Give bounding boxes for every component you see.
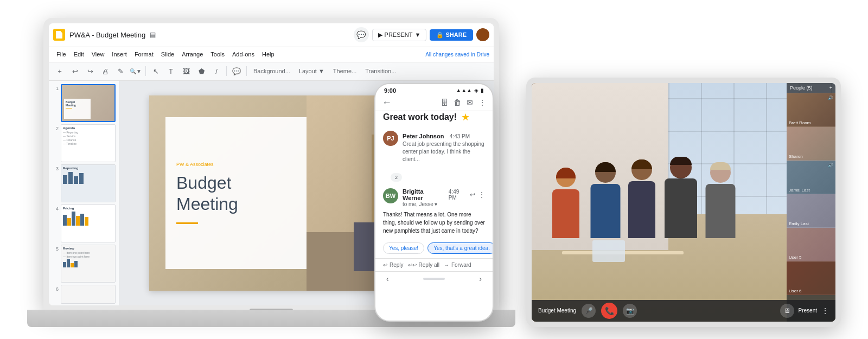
slide-1-thumbnail[interactable]: BudgetMeeting bbox=[61, 84, 116, 122]
home-indicator[interactable] bbox=[423, 278, 445, 280]
participant-2-thumb: Sharon bbox=[787, 127, 835, 161]
lock-icon: 🔒 bbox=[436, 31, 444, 38]
slide-3-number: 3 bbox=[52, 164, 59, 171]
reply-all-icon: ↩↩ bbox=[408, 262, 417, 268]
reply-button[interactable]: ↩ Reply bbox=[383, 262, 404, 268]
participant-3-thumb: Jamal Last 🔊 bbox=[787, 161, 835, 194]
comment-button[interactable]: 💬 bbox=[354, 27, 369, 42]
print-button[interactable]: 🖨 bbox=[99, 65, 112, 78]
slide-2-thumbnail[interactable]: Agenda — Reporting — Service — Finance —… bbox=[61, 124, 116, 162]
menu-edit[interactable]: Edit bbox=[71, 50, 87, 59]
camera-button[interactable]: 📷 bbox=[623, 304, 637, 318]
menu-help[interactable]: Help bbox=[259, 50, 278, 59]
play-icon: ▶ bbox=[378, 31, 382, 39]
peter-name-row: Peter Johnson 4:43 PM bbox=[403, 131, 485, 140]
brigitta-info: Brigitta Werner 4:49 PM ↩ ⋮ to me, Jesse… bbox=[403, 188, 485, 207]
message-count-badge: 2 bbox=[391, 173, 402, 182]
email-subject: Great work today! bbox=[383, 112, 457, 122]
slide-title-text: BudgetMeeting bbox=[176, 172, 296, 214]
toolbar-divider-2 bbox=[226, 66, 227, 76]
theme-button[interactable]: Theme... bbox=[330, 67, 360, 75]
phone-device: 9:00 ▲▲▲ ◈ ▮ ← 🗄 🗑 ✉ ⋮ Great wor bbox=[374, 83, 494, 322]
add-button[interactable]: + bbox=[53, 65, 66, 78]
paint-format-button[interactable]: ✎ bbox=[114, 65, 127, 78]
smart-reply-1[interactable]: Yes, please! bbox=[383, 242, 424, 254]
wifi-icon: ◈ bbox=[474, 87, 478, 93]
background-button[interactable]: Background... bbox=[250, 67, 293, 75]
smart-reply-2[interactable]: Yes, that's a great idea. bbox=[427, 242, 493, 254]
mail-icon[interactable]: ✉ bbox=[467, 98, 473, 107]
speaker-icon-1: 🔊 bbox=[828, 95, 833, 100]
layout-button[interactable]: Layout ▼ bbox=[296, 67, 328, 75]
more-options-icon[interactable]: ⋮ bbox=[478, 98, 486, 107]
menu-slide[interactable]: Slide bbox=[158, 50, 177, 59]
phone-time: 9:00 bbox=[384, 87, 396, 94]
image-tool[interactable]: 🖼 bbox=[180, 65, 193, 78]
undo-button[interactable]: ↩ bbox=[68, 65, 81, 78]
present-label: PRESENT bbox=[385, 31, 413, 38]
slide-5-thumbnail[interactable]: Review — Item one point here — Item two … bbox=[61, 245, 116, 283]
titlebar: PW&A - Budget Meeting ▤ 💬 ▶ PRESENT ▼ 🔒 … bbox=[49, 23, 494, 47]
slide-4-thumbnail[interactable]: Pricing bbox=[61, 204, 116, 242]
back-button[interactable]: ← bbox=[382, 97, 392, 108]
slides-icon-inner bbox=[56, 31, 62, 39]
user-avatar bbox=[476, 28, 489, 41]
menu-view[interactable]: View bbox=[88, 50, 108, 59]
menu-arrange[interactable]: Arrange bbox=[178, 50, 206, 59]
participant-1-name: Brett Room bbox=[789, 120, 833, 125]
person-4 bbox=[659, 157, 703, 238]
redo-button[interactable]: ↪ bbox=[84, 65, 97, 78]
brigitta-avatar: BW bbox=[383, 188, 398, 203]
participants-header: People (5) + bbox=[787, 83, 835, 93]
menu-format[interactable]: Format bbox=[131, 50, 157, 59]
menu-insert[interactable]: Insert bbox=[108, 50, 130, 59]
slide-6-thumbnail[interactable] bbox=[61, 285, 116, 304]
menu-file[interactable]: File bbox=[53, 50, 69, 59]
line-tool[interactable]: / bbox=[210, 65, 223, 78]
meet-more-icon[interactable]: ⋮ bbox=[821, 306, 829, 315]
zoom-button[interactable]: 🔍▼ bbox=[129, 65, 142, 78]
forward-label: Forward bbox=[451, 262, 471, 268]
slides-panel: 1 BudgetMeeting 2 bbox=[49, 81, 119, 305]
share-screen-button[interactable]: 🖥 bbox=[780, 304, 794, 318]
comment-tool[interactable]: 💬 bbox=[230, 65, 243, 78]
sender-row-2: BW Brigitta Werner 4:49 PM ↩ ⋮ to me, Je… bbox=[383, 188, 485, 207]
menu-addons[interactable]: Add-ons bbox=[229, 50, 258, 59]
delete-icon[interactable]: 🗑 bbox=[454, 98, 461, 107]
email-body: Thanks! That means a lot. One more thing… bbox=[383, 210, 485, 235]
slide-3-thumbnail[interactable]: Reporting bbox=[61, 164, 116, 202]
mute-button[interactable]: 🎤 bbox=[582, 304, 596, 318]
title-left: PW&A - Budget Meeting ▤ bbox=[53, 29, 354, 41]
participant-4-thumb: Emily Last bbox=[787, 194, 835, 228]
share-button[interactable]: 🔒 SHARE bbox=[430, 29, 473, 41]
more-icon-2[interactable]: ⋮ bbox=[478, 191, 485, 199]
end-call-button[interactable]: 📞 bbox=[601, 303, 617, 319]
person-1 bbox=[547, 168, 585, 238]
speaker-icon-3: 🔊 bbox=[828, 163, 833, 168]
transition-button[interactable]: Transition... bbox=[362, 67, 399, 75]
reply-icon-2[interactable]: ↩ bbox=[470, 191, 475, 199]
select-tool[interactable]: ↖ bbox=[149, 65, 162, 78]
reply-all-button[interactable]: ↩↩ Reply all bbox=[408, 262, 439, 268]
archive-icon[interactable]: 🗄 bbox=[441, 98, 448, 107]
email-subject-row: Great work today! ★ bbox=[375, 111, 493, 127]
share-label: SHARE bbox=[445, 31, 467, 38]
slide-2-number: 2 bbox=[52, 124, 59, 131]
text-tool[interactable]: T bbox=[164, 65, 177, 78]
reply-icon: ↩ bbox=[383, 262, 387, 268]
add-participant-icon[interactable]: + bbox=[829, 85, 832, 91]
back-nav-button[interactable]: ‹ bbox=[386, 274, 389, 283]
shape-tool[interactable]: ⬟ bbox=[195, 65, 208, 78]
slide-company-name: PW & Associates bbox=[176, 162, 296, 167]
forward-button[interactable]: → Forward bbox=[444, 262, 471, 268]
participant-1-thumb: Brett Room 🔊 bbox=[787, 93, 835, 127]
laptop-on-table bbox=[592, 240, 625, 262]
person-5 bbox=[699, 162, 742, 238]
star-button[interactable]: ★ bbox=[461, 111, 470, 123]
forward-nav-button[interactable]: › bbox=[479, 274, 482, 283]
title-right: 💬 ▶ PRESENT ▼ 🔒 SHARE bbox=[354, 27, 489, 42]
person-2 bbox=[586, 162, 624, 238]
present-button[interactable]: ▶ PRESENT ▼ bbox=[372, 29, 427, 41]
menu-tools[interactable]: Tools bbox=[207, 50, 228, 59]
phone-body: 9:00 ▲▲▲ ◈ ▮ ← 🗄 🗑 ✉ ⋮ Great wor bbox=[374, 83, 494, 322]
